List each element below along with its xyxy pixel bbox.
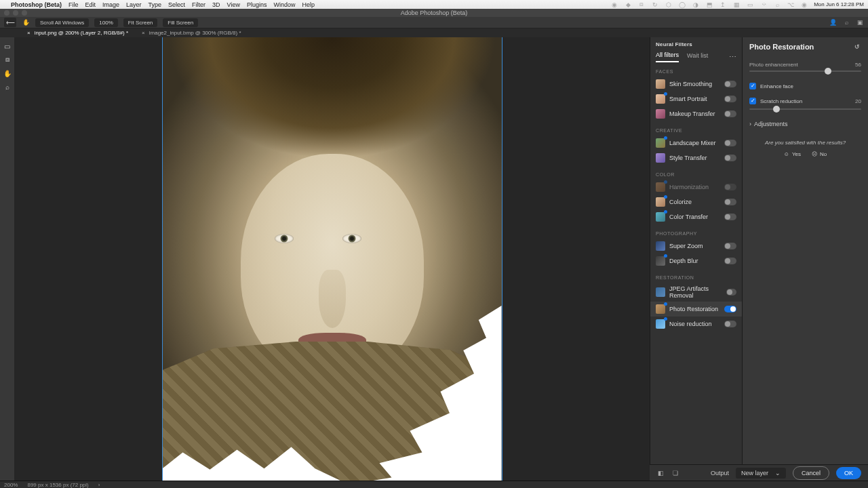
menu-file[interactable]: File xyxy=(68,1,79,8)
filter-photo-restoration[interactable]: Photo Restoration xyxy=(650,302,742,317)
battery-icon[interactable]: ▭ xyxy=(746,1,754,9)
filter-jpeg-artifacts[interactable]: JPEG Artifacts Removal xyxy=(650,283,742,302)
hand-tool-icon[interactable]: ✋ xyxy=(22,18,30,26)
checkbox-icon[interactable] xyxy=(749,98,756,104)
menu-filter[interactable]: Filter xyxy=(192,1,205,8)
feedback-yes[interactable]: ☺Yes xyxy=(784,151,801,157)
filter-thumb-icon xyxy=(656,153,665,163)
filter-toggle[interactable] xyxy=(724,110,736,117)
filter-toggle[interactable] xyxy=(724,81,736,87)
chevron-right-icon[interactable]: › xyxy=(98,482,100,488)
menubar-clock[interactable]: Mon Jun 6 12:28 PM xyxy=(814,1,864,7)
filter-toggle[interactable] xyxy=(724,258,736,264)
tool-hand[interactable]: ✋ xyxy=(3,68,12,78)
smile-icon: ☺ xyxy=(784,151,789,157)
tool-zoom[interactable]: ⌕ xyxy=(3,82,12,92)
app-name[interactable]: Photoshop (Beta) xyxy=(11,1,62,8)
enhance-slider[interactable] xyxy=(749,70,861,72)
filter-toggle[interactable] xyxy=(724,140,736,146)
feedback-no[interactable]: ☹No xyxy=(812,151,827,157)
tray-icon-2[interactable]: ◯ xyxy=(678,1,686,9)
cc-status-icon[interactable]: ◆ xyxy=(624,1,632,9)
opt-zoom-100[interactable]: 100% xyxy=(94,18,117,27)
filter-smart-portrait[interactable]: Smart Portrait xyxy=(650,92,742,106)
tray-icon-1[interactable]: ⬡ xyxy=(665,1,673,9)
opt-fill-screen[interactable]: Fill Screen xyxy=(163,18,198,27)
scratch-slider[interactable] xyxy=(749,108,861,110)
canvas[interactable] xyxy=(14,37,650,481)
filter-toggle[interactable] xyxy=(724,321,736,327)
menu-plugins[interactable]: Plugins xyxy=(247,1,267,8)
spotlight-icon[interactable]: ⌕ xyxy=(773,1,781,9)
opt-scroll-all[interactable]: Scroll All Windows xyxy=(35,18,89,27)
filter-super-zoom[interactable]: Super Zoom xyxy=(650,239,742,253)
slider-thumb[interactable] xyxy=(773,106,780,113)
filter-toggle[interactable] xyxy=(724,306,736,312)
ok-button[interactable]: OK xyxy=(836,467,861,479)
filter-color-transfer[interactable]: Color Transfer xyxy=(650,209,742,224)
tray-icon-6[interactable]: ▦ xyxy=(732,1,741,9)
filter-toggle[interactable] xyxy=(724,155,736,161)
filter-harmonization[interactable]: Harmonization xyxy=(650,180,742,195)
filter-toggle[interactable] xyxy=(724,199,736,205)
cancel-button[interactable]: Cancel xyxy=(793,466,829,480)
menu-view[interactable]: View xyxy=(227,1,240,8)
filter-makeup-transfer[interactable]: Makeup Transfer xyxy=(650,106,742,121)
menu-edit[interactable]: Edit xyxy=(85,1,96,8)
record-icon[interactable]: ◉ xyxy=(610,1,618,9)
nf-more-icon[interactable]: ⋯ xyxy=(729,53,736,62)
control-center-icon[interactable]: ⌥ xyxy=(787,1,795,9)
tray-icon-4[interactable]: ⬒ xyxy=(705,1,713,9)
layers-icon[interactable]: ❏ xyxy=(671,469,679,477)
menu-3d[interactable]: 3D xyxy=(212,1,220,8)
status-zoom[interactable]: 200% xyxy=(4,482,18,488)
chk-scratch-reduction[interactable]: Scratch reduction 20 xyxy=(749,98,861,104)
filter-toggle[interactable] xyxy=(726,289,736,296)
reset-icon[interactable]: ↺ xyxy=(853,43,861,51)
menu-select[interactable]: Select xyxy=(168,1,185,8)
close-icon[interactable]: × xyxy=(142,30,145,36)
window-controls[interactable] xyxy=(4,10,27,16)
filter-depth-blur[interactable]: Depth Blur xyxy=(650,253,742,268)
tool-selection[interactable]: ▭ xyxy=(3,41,12,51)
opt-fit-screen[interactable]: Fit Screen xyxy=(123,18,157,27)
home-button[interactable]: ⟵ xyxy=(4,18,16,27)
output-select[interactable]: New layer ⌄ xyxy=(736,468,786,479)
filter-style-transfer[interactable]: Style Transfer xyxy=(650,150,742,165)
chk-enhance-face[interactable]: Enhance face xyxy=(749,83,861,89)
tray-icon-3[interactable]: ◑ xyxy=(692,1,700,9)
filter-colorize[interactable]: Colorize xyxy=(650,195,742,209)
filter-noise-reduction[interactable]: Noise reduction xyxy=(650,317,742,331)
doc-tab-1[interactable]: × input.png @ 200% (Layer 2, RGB/8#) * xyxy=(20,30,135,36)
menu-layer[interactable]: Layer xyxy=(126,1,142,8)
tool-crop[interactable]: ⧈ xyxy=(3,55,12,64)
slider-thumb[interactable] xyxy=(825,68,831,75)
nf-tab-all[interactable]: All filters xyxy=(656,52,679,62)
close-icon[interactable]: × xyxy=(27,30,31,36)
adjustments-accordion[interactable]: › Adjustments xyxy=(749,121,861,127)
tray-icon-5[interactable]: ↥ xyxy=(719,1,727,9)
filter-thumb-icon xyxy=(656,94,665,104)
preview-icon[interactable]: ◧ xyxy=(656,469,665,477)
filter-landscape-mixer[interactable]: Landscape Mixer xyxy=(650,136,742,150)
menu-type[interactable]: Type xyxy=(149,1,162,8)
filter-skin-smoothing[interactable]: Skin Smoothing xyxy=(650,77,742,92)
menu-window[interactable]: Window xyxy=(274,1,296,8)
dropbox-icon[interactable]: ⧈ xyxy=(637,1,646,9)
menu-help[interactable]: Help xyxy=(302,1,315,8)
filter-toggle[interactable] xyxy=(724,243,736,249)
filter-toggle[interactable] xyxy=(724,214,736,220)
filter-toggle[interactable] xyxy=(724,184,736,190)
search-icon[interactable]: ⌕ xyxy=(842,18,850,26)
filter-toggle[interactable] xyxy=(724,96,736,102)
sync-icon[interactable]: ↻ xyxy=(651,1,659,9)
siri-icon[interactable]: ◉ xyxy=(800,1,808,9)
doc-tab-2[interactable]: × image2_input.bmp @ 300% (RGB/8) * xyxy=(135,30,248,36)
nf-tab-waitlist[interactable]: Wait list xyxy=(687,52,708,62)
wifi-icon[interactable]: ⌔ xyxy=(760,1,768,9)
workspace-icon[interactable]: ▣ xyxy=(856,18,864,26)
menu-image[interactable]: Image xyxy=(102,1,119,8)
checkbox-icon[interactable] xyxy=(749,83,756,89)
share-icon[interactable]: 👤 xyxy=(829,18,837,26)
filter-thumb-icon xyxy=(656,212,665,222)
